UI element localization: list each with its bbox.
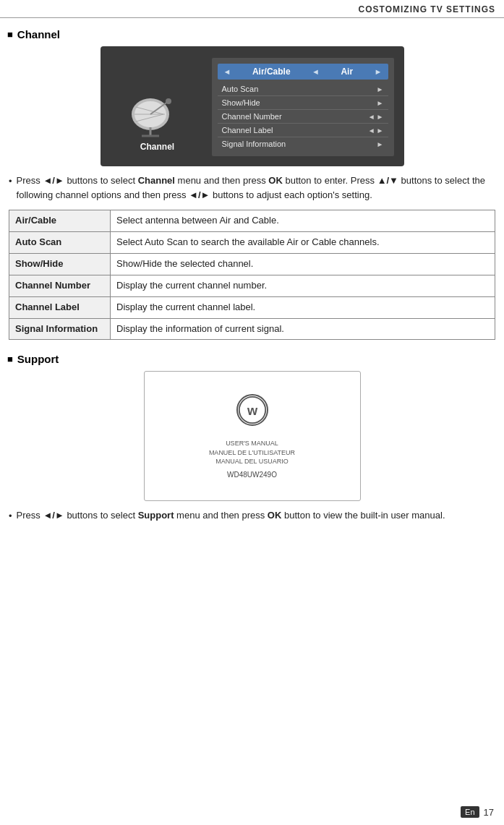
table-key-autoscan: Auto Scan xyxy=(9,232,111,254)
header-left-label: Air/Cable xyxy=(252,67,291,77)
support-bullet-para: • Press ◄/► buttons to select Support me… xyxy=(9,508,495,523)
table-row-aircable: Air/Cable Select antenna between Air and… xyxy=(9,210,495,232)
page-footer: En 17 xyxy=(461,806,494,818)
svg-point-6 xyxy=(166,98,171,104)
support-bullet-dot: • xyxy=(9,509,12,523)
table-row-channelnumber: Channel Number Display the current chann… xyxy=(9,275,495,296)
support-section-heading: Support xyxy=(7,353,497,365)
table-key-channellabel: Channel Label xyxy=(9,296,111,318)
support-screenshot: w USER'S MANUAL MANUEL DE L'UTILISATEUR … xyxy=(144,371,361,501)
support-manual-text: USER'S MANUAL MANUEL DE L'UTILISATEUR MA… xyxy=(209,439,295,466)
tv-menu-channellabel-arrows: ◄► xyxy=(368,127,384,134)
table-val-showhide: Show/Hide the selected channel. xyxy=(111,253,495,275)
channel-section-heading: Channel xyxy=(7,28,497,40)
header-right-val: Air xyxy=(341,67,353,77)
tv-menu-item-signalinformation-label: Signal Information xyxy=(222,140,286,148)
channel-tv-label: Channel xyxy=(140,142,174,152)
manual-line1: USER'S MANUAL xyxy=(209,439,295,448)
table-row-channellabel: Channel Label Display the current channe… xyxy=(9,296,495,318)
table-row-showhide: Show/Hide Show/Hide the selected channel… xyxy=(9,253,495,275)
support-heading-text: Support xyxy=(17,353,59,365)
tv-menu-item-channellabel: Channel Label ◄► xyxy=(218,124,388,137)
channel-tv-menu: ◄ Air/Cable ◄ Air ► Auto Scan ► Show/Hid… xyxy=(212,58,394,156)
channel-bullet-dot: • xyxy=(9,174,12,202)
table-val-signalinformation: Display the information of current signa… xyxy=(111,318,495,340)
tv-menu-item-channelnumber: Channel Number ◄► xyxy=(218,110,388,124)
tv-menu-signalinformation-arrow: ► xyxy=(377,140,384,148)
channel-menu-header: ◄ Air/Cable ◄ Air ► xyxy=(218,64,388,80)
table-row-autoscan: Auto Scan Select Auto Scan to search the… xyxy=(9,232,495,254)
header-left-arrow: ◄ xyxy=(223,67,231,76)
table-val-channellabel: Display the current channel label. xyxy=(111,296,495,318)
channel-arrow3: ◄/► xyxy=(189,189,210,200)
tv-menu-item-autoscan-label: Auto Scan xyxy=(222,85,259,93)
table-val-channelnumber: Display the current channel number. xyxy=(111,275,495,296)
tv-menu-item-autoscan: Auto Scan ► xyxy=(218,82,388,96)
channel-bullet-para: • Press ◄/► buttons to select Channel me… xyxy=(9,174,495,202)
support-bullet-text: Press ◄/► buttons to select Support menu… xyxy=(17,508,495,523)
channel-heading-text: Channel xyxy=(17,28,60,40)
support-arrow1: ◄/► xyxy=(43,510,64,521)
table-key-signalinformation: Signal Information xyxy=(9,318,111,340)
page-header: COSTOMIZING TV SETTINGS xyxy=(0,0,504,18)
channel-bullet-text: Press ◄/► buttons to select Channel menu… xyxy=(17,174,495,202)
page-number: 17 xyxy=(484,807,494,818)
channel-bold-ok: OK xyxy=(268,175,283,186)
lang-badge: En xyxy=(461,806,479,818)
channel-info-table: Air/Cable Select antenna between Air and… xyxy=(9,210,495,340)
header-title: COSTOMIZING TV SETTINGS xyxy=(359,4,495,14)
channel-arrow1: ◄/► xyxy=(43,175,64,186)
table-row-signalinformation: Signal Information Display the informati… xyxy=(9,318,495,340)
channel-tv-left: Channel xyxy=(111,58,205,156)
support-bold-support: Support xyxy=(138,510,174,521)
tv-menu-item-channelnumber-label: Channel Number xyxy=(222,112,282,121)
table-key-channelnumber: Channel Number xyxy=(9,275,111,296)
table-val-autoscan: Select Auto Scan to search the available… xyxy=(111,232,495,254)
table-key-showhide: Show/Hide xyxy=(9,253,111,275)
tv-menu-item-showhide: Show/Hide ► xyxy=(218,96,388,110)
support-logo-icon: w xyxy=(236,394,268,426)
channel-bold-channel: Channel xyxy=(138,175,175,186)
channel-tv-screenshot: Channel ◄ Air/Cable ◄ Air ► Auto Scan ► … xyxy=(101,46,404,166)
svg-text:w: w xyxy=(246,403,257,418)
tv-menu-showhide-arrow: ► xyxy=(377,99,384,107)
w-logo-svg: w xyxy=(238,394,267,426)
header-right-arrow-right: ► xyxy=(375,67,383,76)
tv-menu-item-channellabel-label: Channel Label xyxy=(222,126,273,134)
manual-line2: MANUEL DE L'UTILISATEUR xyxy=(209,448,295,458)
tv-menu-autoscan-arrow: ► xyxy=(377,85,384,93)
table-key-aircable: Air/Cable xyxy=(9,210,111,232)
header-right-arrow-left: ◄ xyxy=(312,67,320,76)
support-model: WD48UW249O xyxy=(227,471,277,479)
channel-arrow2: ▲/▼ xyxy=(377,175,398,186)
tv-menu-channelnumber-arrows: ◄► xyxy=(368,113,384,121)
manual-line3: MANUAL DEL USUARIO xyxy=(209,457,295,466)
tv-menu-item-signalinformation: Signal Information ► xyxy=(218,137,388,150)
tv-menu-item-showhide-label: Show/Hide xyxy=(222,98,260,107)
table-val-aircable: Select antenna between Air and Cable. xyxy=(111,210,495,232)
support-bold-ok: OK xyxy=(268,510,282,521)
satellite-dish-icon xyxy=(129,87,187,137)
